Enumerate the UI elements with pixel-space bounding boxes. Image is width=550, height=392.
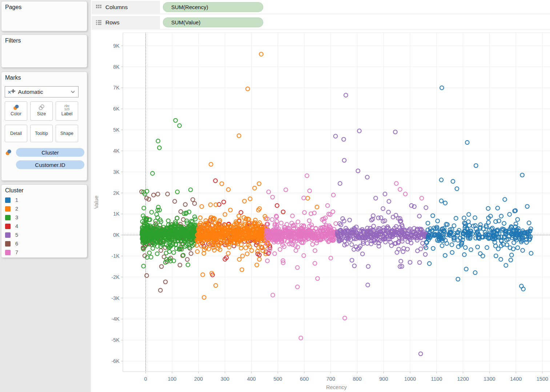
svg-text:Value: Value bbox=[93, 196, 99, 209]
svg-text:-6K: -6K bbox=[111, 358, 120, 364]
svg-text:400: 400 bbox=[247, 376, 256, 382]
worksheet-area: Columns SUM(Recency) Rows SUM(Value) 010… bbox=[91, 0, 550, 392]
legend-swatch bbox=[5, 232, 11, 238]
size-circles-icon bbox=[38, 104, 45, 111]
svg-text:8K: 8K bbox=[113, 64, 120, 70]
svg-text:9K: 9K bbox=[113, 43, 120, 49]
legend-item[interactable]: 7 bbox=[5, 248, 18, 256]
mark-type-dropdown[interactable]: ✕➕ Automatic bbox=[5, 86, 79, 97]
cluster-legend: Cluster 1 2 3 4 5 6 7 bbox=[1, 184, 87, 258]
sum-recency-pill[interactable]: SUM(Recency) bbox=[163, 2, 263, 12]
svg-text:300: 300 bbox=[221, 376, 229, 382]
svg-text:500: 500 bbox=[273, 376, 282, 382]
filters-shelf[interactable]: Filters bbox=[1, 35, 87, 68]
svg-text:0: 0 bbox=[144, 376, 147, 382]
svg-text:2K: 2K bbox=[113, 190, 120, 196]
svg-text:7K: 7K bbox=[113, 85, 120, 91]
scatter-plot[interactable]: 0100200300400500600700800900100011001200… bbox=[91, 31, 550, 392]
columns-shelf-label: Columns bbox=[92, 1, 160, 13]
legend-swatch bbox=[5, 250, 11, 255]
svg-text:5K: 5K bbox=[113, 127, 120, 133]
svg-text:700: 700 bbox=[326, 376, 335, 382]
cluster-pill[interactable]: Cluster bbox=[16, 148, 84, 157]
detail-button[interactable]: Detail bbox=[5, 125, 27, 142]
columns-shelf[interactable]: Columns SUM(Recency) bbox=[92, 1, 550, 14]
rows-shelf[interactable]: Rows SUM(Value) bbox=[92, 16, 550, 29]
customer-id-pill[interactable]: Customer.ID bbox=[16, 160, 84, 169]
svg-text:600: 600 bbox=[300, 376, 309, 382]
svg-text:100: 100 bbox=[168, 376, 176, 382]
columns-grid-icon bbox=[96, 4, 102, 10]
legend-swatch bbox=[5, 241, 11, 247]
svg-text:6K: 6K bbox=[113, 106, 120, 112]
color-circles-icon bbox=[4, 149, 12, 156]
label-button[interactable]: Abc 123 Label bbox=[56, 101, 78, 121]
shape-button[interactable]: Shape bbox=[56, 125, 78, 142]
svg-text:1500: 1500 bbox=[537, 376, 548, 382]
rows-list-icon bbox=[96, 20, 102, 25]
rows-shelf-label: Rows bbox=[92, 16, 160, 29]
svg-text:900: 900 bbox=[379, 376, 388, 382]
svg-text:0K: 0K bbox=[113, 232, 120, 238]
tooltip-button[interactable]: Tooltip bbox=[30, 125, 53, 142]
tableau-worksheet: { "sidebar": { "pages": { "title": "Page… bbox=[0, 0, 550, 392]
legend-swatch bbox=[5, 206, 11, 212]
legend-swatch bbox=[5, 224, 11, 229]
svg-text:-1K: -1K bbox=[111, 253, 120, 259]
svg-text:123: 123 bbox=[64, 107, 69, 111]
sidebar: Pages Filters Marks ✕➕ Automatic Color bbox=[0, 0, 91, 392]
legend-title: Cluster bbox=[5, 187, 24, 194]
pages-shelf[interactable]: Pages bbox=[1, 1, 87, 31]
color-circles-icon bbox=[12, 104, 20, 111]
chevron-down-icon bbox=[71, 90, 75, 93]
legend-swatch bbox=[5, 197, 11, 203]
abc-123-icon: Abc 123 bbox=[63, 104, 71, 111]
svg-text:-4K: -4K bbox=[111, 316, 120, 322]
legend-item[interactable]: 2 bbox=[5, 205, 18, 213]
sum-value-pill[interactable]: SUM(Value) bbox=[163, 17, 263, 27]
svg-text:-2K: -2K bbox=[111, 274, 120, 280]
svg-text:1K: 1K bbox=[113, 211, 120, 217]
svg-text:3K: 3K bbox=[113, 169, 120, 175]
svg-text:Recency: Recency bbox=[326, 384, 347, 390]
pages-title: Pages bbox=[5, 4, 21, 11]
svg-text:1100: 1100 bbox=[431, 376, 442, 382]
svg-text:1000: 1000 bbox=[404, 376, 416, 382]
svg-text:1400: 1400 bbox=[510, 376, 522, 382]
marks-title: Marks bbox=[5, 75, 21, 81]
svg-text:-3K: -3K bbox=[111, 295, 120, 301]
svg-text:1200: 1200 bbox=[457, 376, 469, 382]
svg-text:200: 200 bbox=[194, 376, 203, 382]
mark-type-value: Automatic bbox=[18, 89, 71, 95]
filters-title: Filters bbox=[5, 37, 21, 44]
svg-text:-5K: -5K bbox=[111, 337, 120, 343]
legend-item[interactable]: 3 bbox=[5, 213, 18, 221]
svg-text:800: 800 bbox=[353, 376, 362, 382]
legend-item[interactable]: 6 bbox=[5, 240, 18, 248]
legend-swatch bbox=[5, 215, 11, 220]
svg-text:1300: 1300 bbox=[483, 376, 495, 382]
legend-item[interactable]: 5 bbox=[5, 231, 18, 239]
size-button[interactable]: Size bbox=[30, 101, 53, 121]
color-button[interactable]: Color bbox=[5, 101, 27, 121]
legend-item[interactable]: 1 bbox=[5, 196, 18, 204]
svg-text:4K: 4K bbox=[113, 148, 120, 154]
shapes-x-plus-icon: ✕➕ bbox=[8, 89, 15, 95]
legend-item[interactable]: 4 bbox=[5, 222, 18, 230]
marks-card: Marks ✕➕ Automatic Color Size bbox=[1, 72, 87, 181]
